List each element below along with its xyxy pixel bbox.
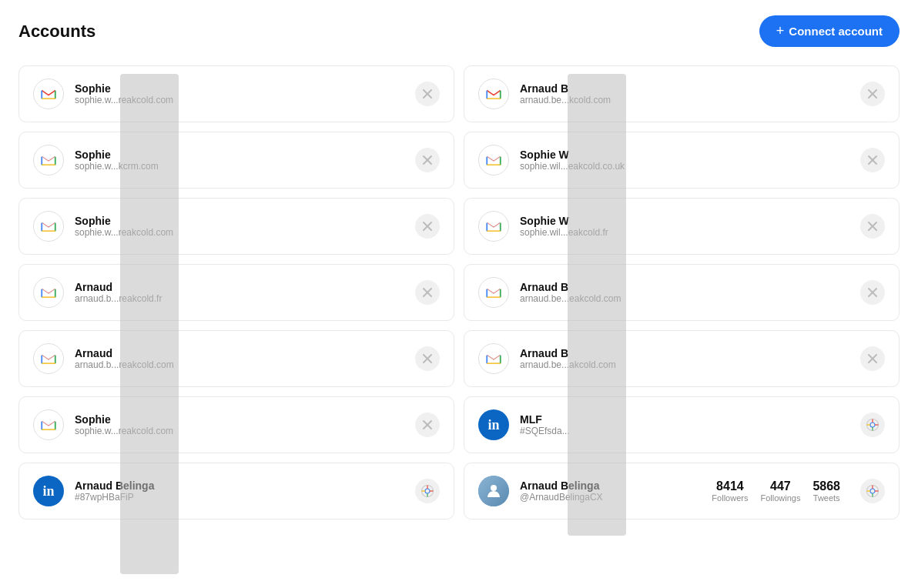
linkedin-letter: in (487, 417, 499, 433)
gmail-icon-3 (33, 145, 64, 175)
account-card-10[interactable]: Arnaud B arnaud.be...akcold.com (464, 330, 900, 387)
svg-rect-6 (38, 149, 59, 171)
account-action-10[interactable] (860, 346, 885, 371)
gmail-icon-5 (33, 211, 64, 242)
account-name-2: Arnaud B (520, 82, 849, 95)
account-email-4: sophie.wil...eakcold.co.uk (520, 161, 849, 172)
account-email-5: sophie.w...reakcold.com (75, 227, 404, 238)
linkedin-icon-12: in (478, 409, 509, 440)
account-info-5: Sophie sophie.w...reakcold.com (75, 215, 404, 238)
account-email-6: sophie.wil...eakcold.fr (520, 227, 849, 238)
account-card-13[interactable]: in Arnaud Belinga #87wpHBaFiP (18, 463, 454, 520)
account-card-14[interactable]: Arnaud Belinga @ArnaudBelingaCX 8414 Fol… (464, 463, 900, 520)
account-info-6: Sophie W sophie.wil...eakcold.fr (520, 215, 849, 238)
account-card-11[interactable]: Sophie sophie.w...reakcold.com (18, 396, 454, 453)
account-card-2[interactable]: Arnaud B arnaud.be...kcold.com (464, 65, 900, 122)
linkedin-icon-13: in (33, 476, 64, 506)
gmail-icon-2 (478, 79, 509, 109)
account-action-12[interactable] (860, 413, 885, 437)
account-info-13: Arnaud Belinga #87wpHBaFiP (75, 479, 404, 503)
account-action-6[interactable] (860, 214, 885, 239)
account-email-1: sophie.w...reakcold.com (75, 95, 404, 105)
account-email-12: #SQEfsda... (520, 426, 849, 436)
stat-followers-value: 8414 (716, 479, 744, 493)
account-info-9: Arnaud arnaud.b...reakcold.com (75, 347, 404, 370)
gmail-icon-10 (478, 343, 509, 374)
gmail-icon-6 (478, 211, 509, 242)
account-email-9: arnaud.b...reakcold.com (75, 359, 404, 370)
linkedin-letter-13: in (42, 483, 54, 499)
gmail-icon-7 (33, 277, 64, 308)
account-name-12: MLF (520, 413, 849, 426)
account-card-8[interactable]: Arnaud B arnaud.be...eakcold.com (464, 264, 900, 321)
connect-account-button[interactable]: + Connect account (759, 15, 900, 47)
gmail-icon-11 (33, 409, 64, 440)
account-info-11: Sophie sophie.w...reakcold.com (75, 413, 404, 436)
account-action-4[interactable] (860, 148, 885, 172)
svg-rect-0 (38, 83, 59, 105)
svg-point-45 (491, 485, 497, 491)
account-handle-14: @ArnaudBelingaCX (520, 492, 701, 503)
account-name-7: Arnaud (75, 281, 404, 293)
account-card-3[interactable]: Sophie sophie.w...kcrm.com (18, 132, 454, 189)
account-card-5[interactable]: Sophie sophie.w...reakcold.com (18, 198, 454, 255)
account-action-7[interactable] (415, 280, 440, 305)
account-card-1[interactable]: Sophie sophie.w...reakcold.com (18, 65, 454, 122)
svg-rect-27 (483, 348, 504, 369)
gmail-icon-8 (478, 277, 509, 308)
account-card-6[interactable]: Sophie W sophie.wil...eakcold.fr (464, 198, 900, 255)
account-card-7[interactable]: Arnaud arnaud.b...reakcold.fr (18, 264, 454, 321)
account-name-13: Arnaud Belinga (75, 479, 404, 492)
stat-tweets-label: Tweets (813, 493, 840, 503)
account-action-11[interactable] (415, 413, 440, 437)
account-stats-14: 8414 Followers 447 Followings 5868 Tweet… (712, 479, 840, 503)
account-email-8: arnaud.be...eakcold.com (520, 293, 849, 304)
gmail-icon-4 (478, 145, 509, 175)
account-action-5[interactable] (415, 214, 440, 239)
gmail-icon-1 (33, 79, 64, 109)
stat-followings: 447 Followings (760, 479, 800, 503)
svg-rect-24 (38, 348, 59, 369)
account-action-9[interactable] (415, 346, 440, 371)
svg-rect-21 (483, 282, 504, 303)
account-email-3: sophie.w...kcrm.com (75, 161, 404, 172)
stat-followers-label: Followers (712, 493, 748, 503)
account-info-14: Arnaud Belinga @ArnaudBelingaCX (520, 479, 701, 503)
account-email-13: #87wpHBaFiP (75, 492, 404, 503)
account-action-13[interactable] (415, 479, 440, 503)
account-info-8: Arnaud B arnaud.be...eakcold.com (520, 281, 849, 304)
account-info-2: Arnaud B arnaud.be...kcold.com (520, 82, 849, 105)
account-name-5: Sophie (75, 215, 404, 227)
accounts-grid: Sophie sophie.w...reakcold.com (18, 65, 900, 520)
page-title: Accounts (18, 22, 95, 42)
account-card-4[interactable]: Sophie W sophie.wil...eakcold.co.uk (464, 132, 900, 189)
account-name-6: Sophie W (520, 215, 849, 227)
account-info-10: Arnaud B arnaud.be...akcold.com (520, 347, 849, 370)
account-card-9[interactable]: Arnaud arnaud.b...reakcold.com (18, 330, 454, 387)
stat-tweets: 5868 Tweets (812, 479, 840, 503)
account-info-3: Sophie sophie.w...kcrm.com (75, 149, 404, 172)
twitter-avatar-14 (478, 476, 509, 506)
account-info-4: Sophie W sophie.wil...eakcold.co.uk (520, 149, 849, 172)
account-email-7: arnaud.b...reakcold.fr (75, 293, 404, 304)
plus-icon: + (776, 23, 785, 39)
svg-rect-9 (483, 149, 504, 171)
stat-followers: 8414 Followers (712, 479, 748, 503)
account-action-8[interactable] (860, 280, 885, 305)
account-action-14[interactable] (860, 479, 885, 503)
account-action-3[interactable] (415, 148, 440, 172)
account-name-8: Arnaud B (520, 281, 849, 293)
account-info-12: MLF #SQEfsda... (520, 413, 849, 436)
account-name-4: Sophie W (520, 149, 849, 161)
svg-rect-15 (483, 215, 504, 237)
connect-account-label: Connect account (789, 25, 883, 38)
svg-rect-18 (38, 282, 59, 303)
account-name-10: Arnaud B (520, 347, 849, 359)
svg-rect-3 (483, 83, 504, 105)
account-name-11: Sophie (75, 413, 404, 426)
account-name-3: Sophie (75, 149, 404, 161)
account-action-2[interactable] (860, 82, 885, 106)
account-action-1[interactable] (415, 82, 440, 106)
gmail-icon-9 (33, 343, 64, 374)
account-card-12[interactable]: in MLF #SQEfsda... (464, 396, 900, 453)
